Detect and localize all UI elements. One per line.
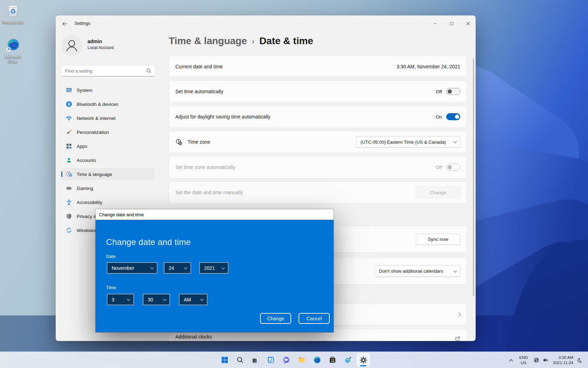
sidebar-item-label: Accounts [77, 158, 96, 163]
task-view-icon [252, 356, 259, 364]
close-button[interactable] [460, 18, 476, 29]
time-label: Time [106, 285, 116, 290]
taskbar-search-button[interactable] [233, 353, 247, 367]
tray-clock[interactable]: 3:30 AM 2021-11-24 [550, 352, 573, 368]
toggle-knob [455, 115, 459, 119]
dialog-change-button[interactable]: Change [260, 313, 291, 324]
row-label: Adjust for daylight saving time automati… [175, 114, 271, 120]
sidebar-item-network-internet[interactable]: Network & internet [61, 112, 155, 124]
close-icon [466, 22, 470, 26]
sidebar-item-label: Bluetooth & devices [77, 102, 118, 107]
calendars-dropdown[interactable]: Don't show additional calendars [374, 265, 460, 277]
desktop-icon-microsoft-edge[interactable]: Microsoft Edge [1, 38, 24, 64]
recycle-bin-icon: ♻ [5, 2, 21, 18]
row-label: Set the date and time manually [175, 190, 243, 195]
toggle-state-label: On [436, 114, 442, 120]
file-explorer-button[interactable] [295, 353, 309, 367]
person-icon [66, 157, 72, 163]
sidebar-item-accounts[interactable]: Accounts [61, 154, 155, 166]
breadcrumb-parent[interactable]: Time & language [169, 35, 247, 47]
chevron-right-icon [456, 312, 461, 317]
sidebar-item-gaming[interactable]: Gaming [61, 182, 155, 195]
minute-select[interactable]: 30 [143, 294, 170, 305]
task-view-button[interactable] [248, 353, 262, 367]
sidebar-item-label: Apps [77, 144, 88, 149]
row-set-time-automatically: Set time automatically Off [169, 80, 467, 103]
back-button[interactable] [59, 19, 70, 29]
gamepad-icon [66, 185, 72, 191]
start-button[interactable] [218, 353, 232, 367]
tray-show-hidden-icons[interactable] [507, 352, 515, 368]
paint-button[interactable] [341, 353, 355, 367]
system-icon [66, 87, 72, 93]
desktop-icon-label: Microsoft Edge [1, 55, 24, 64]
tray-network-button[interactable] [532, 352, 540, 368]
search-input[interactable] [65, 68, 146, 74]
sidebar-item-apps[interactable]: Apps [61, 140, 155, 152]
sync-now-button[interactable]: Sync now [416, 234, 460, 245]
edge-button[interactable] [310, 353, 324, 367]
account-name: admin [88, 39, 102, 44]
breadcrumb-separator-icon: › [252, 36, 254, 46]
maximize-button[interactable] [444, 18, 459, 29]
day-select[interactable]: 24 [164, 262, 191, 274]
file-explorer-icon [298, 356, 306, 364]
edge-icon [313, 356, 321, 364]
sidebar-item-accessibility[interactable]: Accessibility [61, 196, 155, 209]
widgets-button[interactable] [264, 353, 278, 367]
set-time-auto-toggle[interactable] [446, 88, 460, 95]
desktop-icon-recycle-bin[interactable]: ♻ Recycle Bin [1, 2, 24, 25]
sidebar-item-label: Accessibility [77, 200, 103, 205]
minimize-button[interactable] [427, 18, 443, 29]
sidebar-item-label: System [77, 88, 92, 93]
sidebar-item-label: Network & internet [77, 116, 115, 121]
tray-focus-assist[interactable] [575, 352, 584, 368]
settings-button[interactable] [356, 353, 370, 367]
day-value: 24 [169, 265, 174, 271]
dialog-cancel-button[interactable]: Cancel [299, 313, 330, 324]
tray-language-indicator[interactable]: ENG US [517, 352, 530, 368]
chevron-up-icon [509, 358, 513, 363]
hour-select[interactable]: 3 [107, 294, 134, 305]
scrollbar[interactable] [473, 58, 474, 297]
window-title: Settings [75, 21, 90, 26]
current-datetime-value: 3:30 AM, November 24, 2021 [397, 64, 460, 69]
external-link-icon [455, 336, 460, 341]
chat-button[interactable] [279, 353, 293, 367]
chevron-down-icon [150, 266, 154, 269]
daylight-saving-toggle[interactable] [446, 113, 460, 120]
desktop: ♻ Recycle Bin Microsoft Edge Settings [0, 0, 588, 368]
row-current-date-time: Current date and time 3:30 AM, November … [169, 56, 467, 77]
row-set-timezone-automatically: Set time zone automatically Off [169, 156, 467, 178]
chevron-down-icon [454, 269, 457, 272]
sidebar-item-personalization[interactable]: Personalization [61, 126, 155, 138]
sidebar-item-time-language[interactable]: Time & language [61, 168, 155, 180]
month-select[interactable]: November [107, 262, 158, 274]
row-label: Additional clocks [175, 334, 212, 340]
timezone-dropdown[interactable]: (UTC-05:00) Eastern Time (US & Canada) [356, 136, 460, 148]
dialog-body: Change date and time Date November 24 20… [96, 220, 334, 332]
dialog-heading: Change date and time [106, 237, 191, 247]
year-select[interactable]: 2021 [199, 262, 229, 274]
meridiem-select[interactable]: AM [179, 294, 208, 305]
timezone-clock-globe-icon [175, 138, 183, 146]
sidebar-item-label: Personalization [77, 130, 109, 135]
dialog-titlebar[interactable]: Change date and time [96, 209, 334, 220]
search-box[interactable] [61, 65, 155, 76]
tray-volume-button[interactable] [541, 352, 550, 368]
tray-date: 2021-11-24 [550, 360, 573, 365]
avatar[interactable] [61, 35, 82, 56]
timezone-value: (UTC-05:00) Eastern Time (US & Canada) [360, 139, 446, 145]
toggle-state-label: Off [436, 89, 442, 94]
store-button[interactable] [326, 353, 340, 367]
sidebar-item-label: Time & language [77, 172, 112, 177]
taskbar-apps [218, 353, 370, 367]
paint-icon [344, 356, 352, 364]
settings-gear-icon [359, 356, 368, 364]
sidebar-item-system[interactable]: System [61, 84, 155, 96]
sidebar-item-bluetooth-devices[interactable]: Bluetooth & devices [61, 98, 155, 110]
back-arrow-icon [61, 21, 68, 27]
update-arrows-icon [66, 227, 72, 233]
chevron-down-icon [201, 297, 204, 301]
windows-start-icon [221, 356, 229, 364]
